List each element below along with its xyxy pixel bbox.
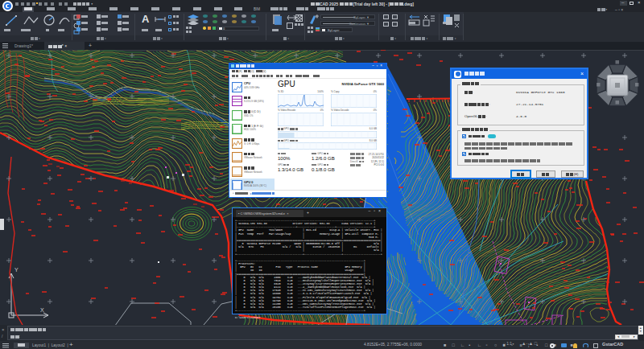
svg-text:X: X — [40, 307, 44, 313]
svg-text:Y: Y — [14, 267, 19, 273]
